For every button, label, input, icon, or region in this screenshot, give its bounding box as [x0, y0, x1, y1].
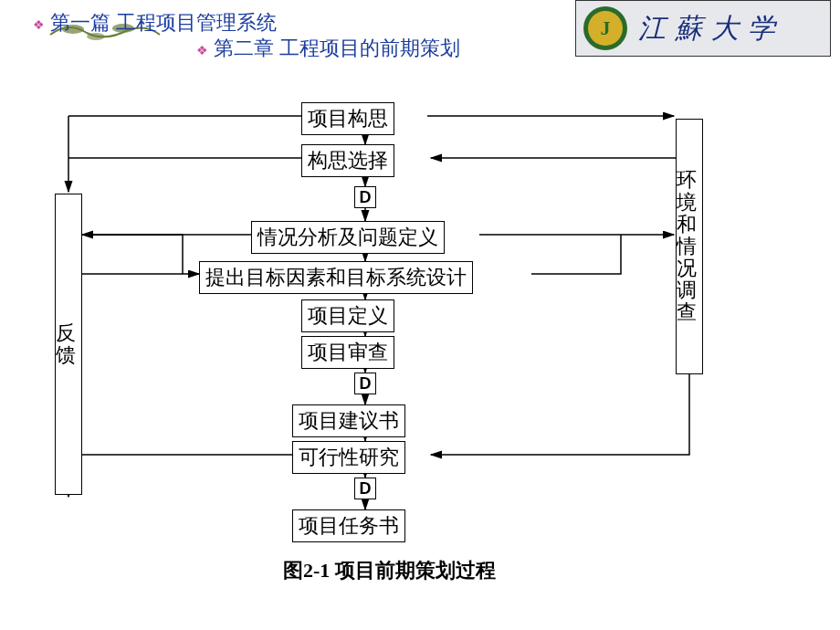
node-project-review: 项目审查 — [301, 336, 394, 369]
node-project-concept: 项目构思 — [301, 102, 394, 135]
university-name: 江蘇大学 — [638, 10, 784, 47]
node-task-book: 项目任务书 — [292, 509, 405, 542]
flowchart: 反馈 环境和情况调查 项目构思 构思选择 D 情况分析及问题定义 提出目标因素和… — [55, 91, 785, 584]
chapter-title: ❖第二章 工程项目的前期策划 — [196, 35, 460, 62]
node-proposal: 项目建议书 — [292, 404, 405, 437]
bullet-icon: ❖ — [196, 44, 208, 58]
node-target-design: 提出目标因素和目标系统设计 — [199, 261, 473, 294]
decision-d2: D — [354, 373, 376, 394]
part-title: ❖第一篇 工程项目管理系统 — [33, 9, 277, 37]
node-analysis: 情况分析及问题定义 — [251, 221, 445, 254]
node-feasibility: 可行性研究 — [292, 441, 405, 474]
decision-d3: D — [354, 478, 376, 499]
decision-d1: D — [354, 186, 376, 208]
bullet-icon: ❖ — [33, 18, 45, 32]
university-logo: J 江蘇大学 — [575, 0, 831, 57]
figure-caption: 图2-1 项目前期策划过程 — [283, 557, 496, 584]
feedback-box: 反馈 — [55, 194, 82, 495]
seal-icon: J — [583, 6, 627, 50]
node-concept-select: 构思选择 — [301, 144, 394, 177]
environment-box: 环境和情况调查 — [676, 119, 703, 374]
node-project-define: 项目定义 — [301, 299, 394, 332]
